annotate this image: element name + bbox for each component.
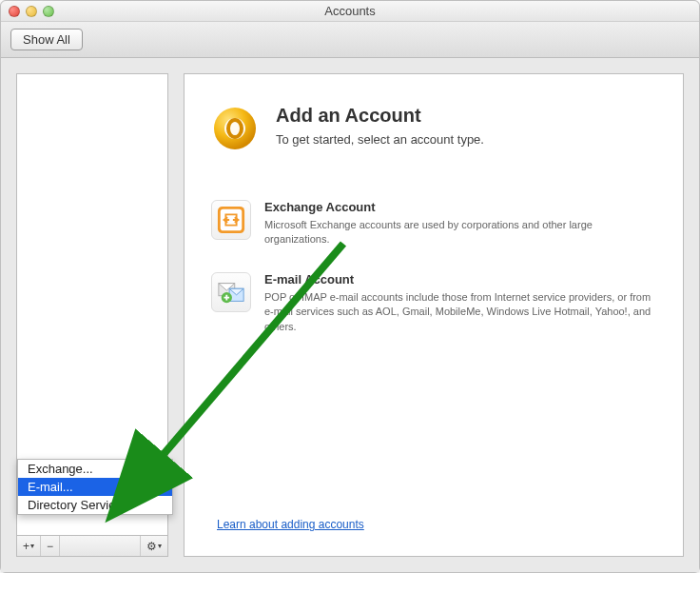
content-area: Exchange... E-mail... Directory Service.… — [1, 58, 699, 572]
add-account-popup: Exchange... E-mail... Directory Service.… — [17, 459, 173, 515]
traffic-lights — [1, 6, 54, 17]
exchange-text: Exchange Account Microsoft Exchange acco… — [264, 200, 656, 247]
main-panel: Add an Account To get started, select an… — [184, 73, 684, 557]
page-title: Add an Account — [276, 105, 484, 127]
email-icon — [211, 272, 251, 312]
exchange-desc: Microsoft Exchange accounts are used by … — [264, 218, 656, 247]
account-list[interactable]: Exchange... E-mail... Directory Service.… — [17, 74, 167, 535]
close-icon[interactable] — [9, 6, 20, 17]
accounts-window: Accounts Show All Exchange... E-mail... … — [0, 0, 700, 573]
show-all-button[interactable]: Show All — [10, 29, 83, 50]
settings-button[interactable]: ⚙▾ — [140, 536, 167, 556]
sidebar-bottom-bar: +▾ − ⚙▾ — [17, 535, 167, 556]
toolbar: Show All — [1, 22, 699, 58]
window-title: Accounts — [1, 4, 699, 18]
popup-item-directory-service[interactable]: Directory Service... — [18, 496, 172, 514]
sidebar: Exchange... E-mail... Directory Service.… — [16, 73, 168, 557]
outlook-icon — [211, 105, 259, 152]
email-text: E-mail Account POP or IMAP e-mail accoun… — [264, 272, 656, 334]
chevron-down-icon: ▾ — [30, 542, 34, 550]
exchange-account-option[interactable]: Exchange Account Microsoft Exchange acco… — [211, 200, 656, 247]
email-desc: POP or IMAP e-mail accounts include thos… — [264, 290, 656, 334]
chevron-down-icon: ▾ — [158, 542, 162, 550]
remove-button[interactable]: − — [41, 536, 60, 556]
header-row: Add an Account To get started, select an… — [211, 105, 656, 152]
popup-item-email[interactable]: E-mail... — [18, 478, 172, 496]
zoom-icon[interactable] — [43, 6, 54, 17]
exchange-icon — [211, 200, 251, 240]
exchange-title: Exchange Account — [264, 200, 656, 214]
learn-link[interactable]: Learn about adding accounts — [211, 518, 656, 537]
minus-icon: − — [47, 540, 53, 553]
email-title: E-mail Account — [264, 272, 656, 287]
gear-icon: ⚙ — [146, 540, 157, 553]
minimize-icon[interactable] — [26, 6, 37, 17]
add-button[interactable]: +▾ — [17, 536, 41, 556]
popup-item-exchange[interactable]: Exchange... — [18, 460, 172, 478]
email-account-option[interactable]: E-mail Account POP or IMAP e-mail accoun… — [211, 272, 656, 334]
plus-icon: + — [23, 540, 29, 553]
page-subtitle: To get started, select an account type. — [276, 132, 484, 147]
header-text: Add an Account To get started, select an… — [276, 105, 484, 152]
titlebar: Accounts — [1, 1, 699, 22]
